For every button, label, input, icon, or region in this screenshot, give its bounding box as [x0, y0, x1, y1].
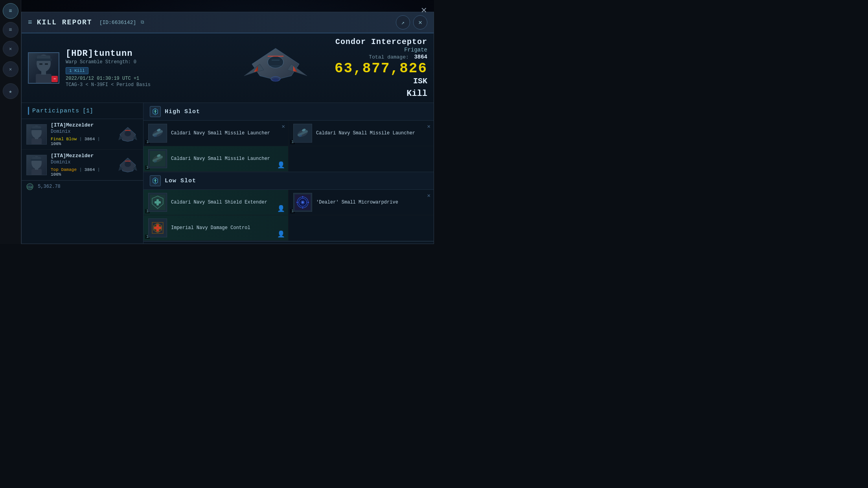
fittings-panel: High Slot 1	[143, 103, 434, 244]
item-icon-missile-2	[293, 124, 312, 143]
item-name-2: Caldari Navy Small Missile Launcher	[316, 130, 429, 137]
participant-info-2: [ITA]Mezzelder Dominix Top Damage | 3864…	[51, 153, 113, 177]
participant-row-2[interactable]: [ITA]Mezzelder Dominix Top Damage | 3864…	[22, 150, 143, 180]
pilot-kills-badge: 1 Kill	[66, 67, 88, 74]
svg-rect-6	[41, 71, 46, 75]
header-left: ≡ KILL REPORT [ID:6636142] ⧉	[28, 18, 144, 26]
participants-bar-decoration	[28, 107, 29, 115]
isk-icon: ISK	[26, 183, 33, 190]
isk-value: 63,877,826	[335, 61, 427, 77]
participants-isk-total: ISK 5,362.78	[26, 183, 61, 190]
shield-sword-icon	[151, 108, 159, 116]
item-icon-missile-1	[148, 124, 167, 143]
svg-rect-21	[31, 138, 42, 145]
participant-name-1: [ITA]Mezzelder	[51, 122, 113, 128]
shield-extender-icon	[149, 194, 166, 211]
sidebar-menu-button[interactable]: ≡	[3, 3, 18, 19]
svg-rect-4	[45, 63, 48, 65]
participant-avatar-2	[26, 155, 47, 175]
sidebar-x-button[interactable]: ✕	[3, 61, 18, 77]
participant-stats-1: Final Blow | 3864 | 100%	[51, 137, 113, 146]
participant-avatar-inner-1	[27, 125, 46, 144]
fitting-item-shield[interactable]: 1 Caldari Navy Small Shield Ex	[143, 190, 289, 215]
item-close-mwd[interactable]: ✕	[427, 192, 430, 199]
svg-rect-2	[35, 59, 52, 61]
participants-title: Participants	[32, 108, 79, 114]
high-slot-items: 1 Caldari Navy Small Missile Launcher	[143, 121, 434, 172]
svg-text:ISK: ISK	[27, 185, 33, 189]
close-sidebar-icon: ✕	[9, 46, 12, 52]
fitting-item-damage-ctrl[interactable]: 1	[143, 215, 289, 241]
damage-line: Total damage: 3864	[325, 53, 427, 61]
participant-ship-icon-1	[117, 125, 138, 143]
low-slot-items: 1 Caldari Navy Small Shield Ex	[143, 190, 434, 241]
item-person-icon-3: 👤	[277, 161, 285, 169]
item-icon-mwd	[293, 193, 312, 212]
export-button[interactable]: ↗	[396, 15, 410, 29]
item-close-1[interactable]: ✕	[282, 123, 285, 130]
svg-rect-32	[35, 168, 38, 170]
svg-point-34	[125, 161, 131, 167]
ship-thumb-1	[118, 127, 138, 142]
item-name-damage-ctrl: Imperial Navy Damage Control	[171, 225, 283, 231]
fitting-item[interactable]: 1 Caldari Navy Small Missile Launcher	[143, 121, 289, 146]
pilot-name: [HDR]tuntunn	[66, 49, 226, 59]
high-slot-header: High Slot	[143, 103, 434, 121]
app-close-button[interactable]: ✕	[417, 4, 430, 17]
svg-rect-31	[31, 169, 42, 175]
ship-class: Condor Interceptor	[335, 37, 427, 46]
ship-image-area	[232, 42, 319, 94]
kill-report-id: [ID:6636142]	[99, 20, 136, 26]
participant-damage-2: 3864	[85, 167, 95, 172]
participant-percent-2: 100%	[51, 172, 61, 177]
close-panel-button[interactable]: ✕	[413, 15, 427, 29]
participant-ship-1: Dominix	[51, 129, 113, 134]
export-icon: ↗	[401, 19, 405, 26]
participant-info-1: [ITA]Mezzelder Dominix Final Blow | 3864…	[51, 122, 113, 146]
item-name-shield: Caldari Navy Small Shield Extender	[171, 199, 283, 206]
header-right: ↗ ✕	[396, 15, 427, 29]
sidebar-list-button[interactable]: ≡	[3, 22, 18, 38]
item-name-1: Caldari Navy Small Missile Launcher	[171, 130, 283, 137]
x-icon: ✕	[9, 66, 12, 72]
pilot-warp: Warp Scramble Strength: 0	[66, 59, 226, 65]
item-name-3: Caldari Navy Small Missile Launcher	[171, 156, 283, 162]
final-blow-label: Final Blow	[51, 137, 77, 141]
participants-count: [1]	[83, 108, 93, 114]
svg-rect-20	[31, 128, 42, 130]
copy-icon[interactable]: ⧉	[141, 20, 144, 25]
svg-point-15	[272, 78, 279, 81]
fitting-item-mwd[interactable]: 1	[289, 190, 434, 215]
menu-icon: ≡	[9, 8, 12, 14]
low-slot-icon	[150, 175, 161, 186]
star-icon: ★	[9, 88, 12, 95]
pilot-date: 2022/01/12 01:30:19 UTC +1	[66, 76, 226, 81]
ship-thumb-2	[118, 157, 138, 173]
ship-type: Frigate	[404, 47, 427, 53]
participant-portrait-1	[28, 124, 46, 145]
fitting-item-3[interactable]: 1 Caldari Navy Small Missile Launcher	[143, 146, 289, 172]
pilot-location: TCAG-3 < N-39FI < Period Basis	[66, 82, 226, 88]
svg-rect-78	[154, 227, 161, 229]
svg-point-69	[302, 201, 304, 204]
participant-avatar-inner-2	[27, 155, 46, 175]
low-slot-section: Low Slot 1	[143, 172, 434, 241]
kill-report-header: ≡ KILL REPORT [ID:6636142] ⧉ ↗ ✕	[22, 12, 434, 33]
item-close-2[interactable]: ✕	[427, 123, 430, 130]
microwarpdrive-icon	[294, 194, 311, 211]
isk-label: ISK	[413, 77, 427, 86]
missile-launcher-icon-3	[149, 150, 166, 167]
sidebar-star-button[interactable]: ★	[3, 83, 18, 99]
sidebar-close-button[interactable]: ✕	[3, 41, 18, 57]
ship-class-line: Condor Interceptor Frigate	[325, 37, 427, 53]
participant-ship-icon-2	[117, 156, 138, 174]
top-damage-label: Top Damage	[51, 167, 77, 172]
fitting-item-2[interactable]: 1 Caldari Navy Small Missile Launcher	[289, 121, 434, 146]
sidebar: ≡ ≡ ✕ ✕ ★	[0, 0, 21, 244]
kill-badge: Kill	[325, 89, 427, 99]
avatar-negative-badge: −	[51, 76, 58, 82]
hamburger-icon[interactable]: ≡	[28, 18, 32, 26]
fittings-bottom: Page 1 ◂ ▽	[143, 241, 434, 244]
participant-row[interactable]: [ITA]Mezzelder Dominix Final Blow | 3864…	[22, 119, 143, 150]
participant-name-2: [ITA]Mezzelder	[51, 153, 113, 159]
